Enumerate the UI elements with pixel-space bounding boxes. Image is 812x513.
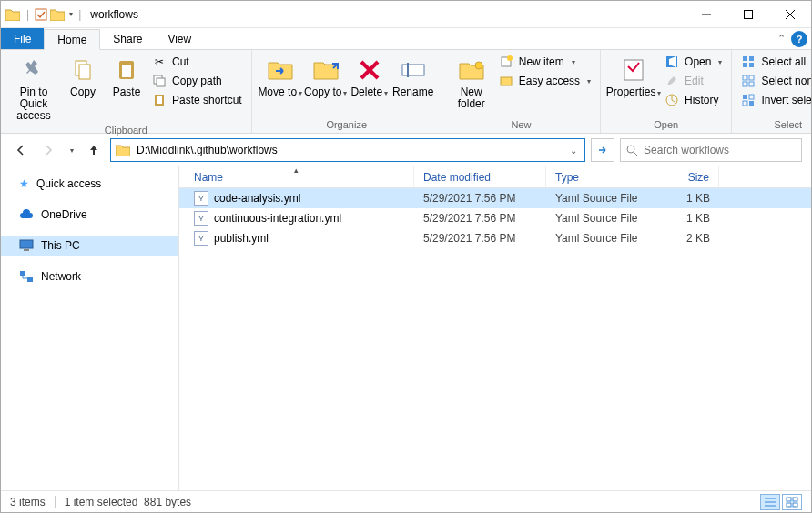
file-type: Yaml Source File <box>546 232 655 245</box>
title-bar: | ▾ | workflows <box>1 1 811 28</box>
cut-button[interactable]: ✂Cut <box>148 54 246 70</box>
help-icon[interactable]: ? <box>791 31 807 47</box>
select-none-icon <box>741 74 756 88</box>
table-row[interactable]: Ycode-analysis.yml5/29/2021 7:56 PMYaml … <box>179 188 811 208</box>
file-date: 5/29/2021 7:56 PM <box>414 212 546 225</box>
svg-rect-28 <box>749 63 754 67</box>
new-folder-icon <box>457 55 486 85</box>
properties-label: Properties▾ <box>606 86 662 98</box>
column-headers: ▴Name Date modified Type Size <box>179 166 811 188</box>
invert-selection-button[interactable]: Invert selection <box>737 92 812 108</box>
history-button[interactable]: History <box>661 92 726 108</box>
file-name: publish.yml <box>214 232 269 245</box>
file-type: Yaml Source File <box>546 212 655 225</box>
svg-line-38 <box>634 152 637 156</box>
separator <box>55 496 56 508</box>
easy-access-button[interactable]: Easy access▾ <box>495 73 594 89</box>
svg-rect-49 <box>793 503 797 507</box>
network-icon <box>19 270 34 283</box>
close-button[interactable] <box>769 1 811 28</box>
file-icon: Y <box>194 231 208 246</box>
paste-shortcut-button[interactable]: Paste shortcut <box>148 92 246 108</box>
pc-icon <box>19 239 34 252</box>
pin-quick-access-button[interactable]: Pin to Quick access <box>6 52 61 123</box>
history-icon <box>665 93 679 107</box>
address-bar[interactable]: ⌄ <box>110 138 585 162</box>
group-label-new: New <box>448 117 594 133</box>
delete-button[interactable]: Delete▾ <box>349 52 391 98</box>
address-dropdown-icon[interactable]: ⌄ <box>566 146 581 156</box>
search-input[interactable] <box>644 144 796 156</box>
tab-view[interactable]: View <box>155 28 204 49</box>
edit-icon <box>665 74 679 88</box>
qat-dropdown-icon[interactable]: ▾ <box>69 10 73 18</box>
go-button[interactable] <box>591 138 614 162</box>
copy-icon <box>68 55 97 85</box>
icons-view-button[interactable] <box>782 494 802 510</box>
svg-point-19 <box>507 55 513 61</box>
status-item-count: 3 items <box>10 496 46 508</box>
status-selected: 1 item selected 881 bytes <box>65 496 191 508</box>
new-item-button[interactable]: New item▾ <box>495 54 594 70</box>
navigation-pane[interactable]: ★ Quick access OneDrive This PC Network <box>1 166 179 490</box>
tab-home[interactable]: Home <box>44 29 100 50</box>
column-name[interactable]: ▴Name <box>179 166 414 187</box>
column-type[interactable]: Type <box>546 166 655 187</box>
up-button[interactable] <box>83 139 105 161</box>
tab-share[interactable]: Share <box>100 28 155 49</box>
maximize-button[interactable] <box>727 1 769 28</box>
window-title: workflows <box>86 8 138 21</box>
separator: | <box>23 8 33 21</box>
paste-button[interactable]: Paste <box>105 52 148 98</box>
forward-button[interactable] <box>37 139 59 161</box>
sidebar-item-onedrive[interactable]: OneDrive <box>1 205 178 225</box>
copy-button[interactable]: Copy <box>61 52 105 98</box>
properties-button[interactable]: Properties▾ <box>606 52 661 98</box>
new-folder-label: New folder <box>448 86 495 110</box>
search-icon <box>626 145 638 156</box>
ribbon-collapse-icon[interactable]: ⌃ <box>777 33 786 45</box>
details-view-button[interactable] <box>760 494 780 510</box>
svg-rect-34 <box>749 95 754 99</box>
rename-button[interactable]: Rename <box>391 52 436 98</box>
paste-shortcut-icon <box>152 93 167 107</box>
ribbon-group-open: Properties▾ Open▾ Edit History Open <box>601 50 732 133</box>
sidebar-item-network[interactable]: Network <box>1 267 178 287</box>
new-folder-button[interactable]: New folder <box>448 52 495 110</box>
folder-icon[interactable] <box>49 6 66 23</box>
delete-icon <box>355 55 384 85</box>
table-row[interactable]: Ycontinuous-integration.yml5/29/2021 7:5… <box>179 208 811 228</box>
svg-rect-26 <box>749 56 754 61</box>
search-box[interactable] <box>620 138 802 162</box>
address-input[interactable] <box>137 144 561 156</box>
group-label-clipboard: Clipboard <box>6 123 246 138</box>
tab-file[interactable]: File <box>1 28 44 49</box>
cloud-icon <box>19 209 34 220</box>
ribbon-group-select: Select all Select none Invert selection … <box>732 50 812 133</box>
sidebar-item-quick-access[interactable]: ★ Quick access <box>1 174 178 194</box>
file-type: Yaml Source File <box>546 192 655 205</box>
open-button[interactable]: Open▾ <box>661 54 726 70</box>
sidebar-item-this-pc[interactable]: This PC <box>1 236 178 256</box>
minimize-button[interactable] <box>685 1 727 28</box>
select-all-icon <box>741 55 756 69</box>
column-size[interactable]: Size <box>655 166 719 187</box>
table-row[interactable]: Ypublish.yml5/29/2021 7:56 PMYaml Source… <box>179 228 811 248</box>
file-size: 2 KB <box>655 232 719 245</box>
main-area: ★ Quick access OneDrive This PC Network … <box>1 166 811 490</box>
recent-locations-button[interactable]: ▾ <box>65 139 77 161</box>
column-date[interactable]: Date modified <box>414 166 546 187</box>
select-all-button[interactable]: Select all <box>737 54 812 70</box>
back-button[interactable] <box>10 139 32 161</box>
sidebar-item-label: This PC <box>41 239 80 252</box>
copy-path-button[interactable]: Copy path <box>148 73 246 89</box>
qat-checkbox-icon[interactable] <box>35 8 47 21</box>
select-none-button[interactable]: Select none <box>737 73 812 89</box>
copy-to-button[interactable]: Copy to▾ <box>303 52 349 98</box>
svg-rect-33 <box>743 95 747 99</box>
svg-rect-6 <box>79 65 90 79</box>
move-to-button[interactable]: Move to▾ <box>258 52 303 98</box>
sidebar-item-label: OneDrive <box>41 208 87 221</box>
pin-label: Pin to Quick access <box>6 86 61 123</box>
folder-icon <box>5 6 21 23</box>
